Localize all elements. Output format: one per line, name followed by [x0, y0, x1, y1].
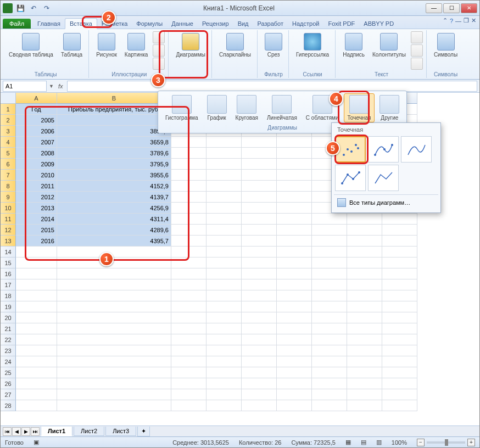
cell[interactable] — [312, 400, 347, 411]
row-header[interactable]: 6 — [1, 159, 16, 170]
cell[interactable] — [277, 148, 312, 159]
chart-bar-button[interactable]: Линейчатая — [263, 93, 301, 122]
cell[interactable]: 2016 — [16, 236, 57, 247]
cell[interactable] — [206, 356, 242, 367]
cell[interactable] — [206, 312, 242, 323]
cell[interactable] — [382, 225, 417, 236]
cell[interactable] — [242, 367, 277, 378]
zoom-out-icon[interactable]: − — [417, 439, 425, 446]
sheet-new-icon[interactable]: ✦ — [137, 427, 150, 436]
formula-input[interactable] — [67, 81, 477, 92]
view-layout-icon[interactable]: ▤ — [361, 439, 366, 446]
redo-icon[interactable]: ↷ — [41, 3, 52, 14]
cell[interactable] — [171, 225, 206, 236]
cell[interactable] — [57, 345, 171, 356]
cell[interactable] — [242, 170, 277, 181]
row-header[interactable]: 19 — [1, 301, 16, 312]
symbols-button[interactable]: Символы — [431, 31, 460, 59]
tab-addins[interactable]: Надстрой — [288, 19, 323, 29]
cell[interactable] — [277, 312, 312, 323]
cell[interactable] — [347, 367, 382, 378]
row-header[interactable]: 5 — [1, 148, 16, 159]
cell[interactable] — [382, 214, 417, 225]
cell[interactable] — [277, 400, 312, 411]
cell[interactable] — [206, 334, 242, 345]
name-box[interactable]: A1 — [3, 81, 47, 92]
cell[interactable] — [277, 378, 312, 389]
scatter-smooth-markers[interactable] — [368, 136, 399, 163]
row-header[interactable]: 17 — [1, 279, 16, 290]
cell[interactable] — [57, 323, 171, 334]
cell[interactable] — [242, 312, 277, 323]
row-header[interactable]: 26 — [1, 378, 16, 389]
cell[interactable] — [57, 115, 171, 126]
cell[interactable] — [277, 203, 312, 214]
row-header[interactable]: 21 — [1, 323, 16, 334]
macro-record-icon[interactable]: ▣ — [34, 439, 39, 446]
scatter-straight-markers[interactable] — [335, 165, 366, 191]
smartart-icon[interactable] — [153, 44, 165, 57]
cell[interactable] — [242, 356, 277, 367]
cell[interactable] — [312, 323, 347, 334]
cell[interactable] — [242, 389, 277, 400]
cell[interactable] — [171, 323, 206, 334]
cell[interactable] — [312, 356, 347, 367]
cell[interactable]: 3789,6 — [57, 148, 171, 159]
cell[interactable] — [171, 345, 206, 356]
row-header[interactable]: 28 — [1, 400, 16, 411]
slicer-button[interactable]: Срез — [262, 31, 285, 59]
cell[interactable] — [347, 247, 382, 257]
cell[interactable] — [277, 356, 312, 367]
cell[interactable] — [171, 247, 206, 257]
cell[interactable] — [277, 389, 312, 400]
cell[interactable]: 4311,4 — [57, 214, 171, 225]
cell[interactable]: 3955,6 — [57, 170, 171, 181]
cell[interactable] — [16, 290, 57, 301]
cell[interactable] — [347, 323, 382, 334]
cell[interactable] — [347, 257, 382, 268]
cell[interactable] — [382, 389, 417, 400]
row-header[interactable]: 9 — [1, 192, 16, 203]
cell[interactable] — [206, 301, 242, 312]
cell[interactable] — [171, 367, 206, 378]
cell[interactable] — [16, 389, 57, 400]
view-pagebreak-icon[interactable]: ▥ — [376, 439, 382, 446]
cell[interactable] — [242, 214, 277, 225]
cell[interactable] — [347, 225, 382, 236]
doc-close-icon[interactable]: ✕ — [471, 17, 476, 24]
cell[interactable] — [277, 236, 312, 247]
cell[interactable] — [277, 181, 312, 192]
cell[interactable] — [16, 334, 57, 345]
cell[interactable] — [382, 323, 417, 334]
cell[interactable]: 2008 — [16, 148, 57, 159]
zoom-in-icon[interactable]: + — [467, 439, 475, 446]
cell[interactable] — [382, 236, 417, 247]
cell[interactable] — [206, 345, 242, 356]
cell[interactable] — [206, 378, 242, 389]
cell[interactable] — [206, 367, 242, 378]
cell[interactable] — [242, 323, 277, 334]
cell[interactable] — [206, 203, 242, 214]
cell[interactable] — [171, 170, 206, 181]
cell[interactable] — [347, 301, 382, 312]
cell[interactable] — [16, 312, 57, 323]
doc-restore-icon[interactable]: ❐ — [464, 17, 469, 24]
cell[interactable] — [57, 268, 171, 279]
cell[interactable] — [57, 290, 171, 301]
cell[interactable] — [16, 301, 57, 312]
cell[interactable] — [277, 323, 312, 334]
row-header[interactable]: 20 — [1, 312, 16, 323]
cell[interactable] — [206, 159, 242, 170]
sheet-first-icon[interactable]: ⏮ — [3, 427, 12, 436]
cell[interactable] — [206, 279, 242, 290]
cell[interactable] — [312, 334, 347, 345]
zoom-level[interactable]: 100% — [392, 439, 407, 446]
row-header[interactable]: 8 — [1, 181, 16, 192]
tab-formulas[interactable]: Формулы — [132, 19, 167, 29]
sparklines-button[interactable]: Спарклайны — [216, 31, 254, 59]
cell[interactable] — [312, 257, 347, 268]
wordart-icon[interactable] — [411, 31, 423, 43]
cell[interactable] — [16, 345, 57, 356]
row-header[interactable]: 11 — [1, 214, 16, 225]
cell[interactable] — [171, 257, 206, 268]
